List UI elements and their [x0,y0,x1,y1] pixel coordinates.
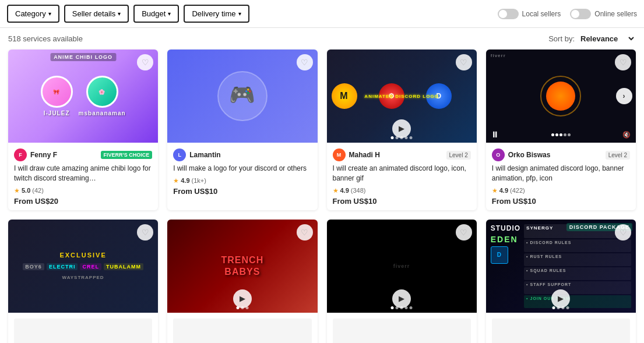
local-sellers-knob [499,10,507,18]
results-bar: 518 services available Sort by: Relevanc… [0,28,644,49]
card-8-thumb: STUDIO EDEN D SYNERGY • DISCORD RULES • … [486,220,636,313]
card-7[interactable]: fiverr ▶ ♡ [327,220,477,343]
card-2-rating-row: ★ 4.9 (1k+) [173,177,311,185]
card-1-title: I will draw cute amazing anime chibi log… [14,164,152,183]
card-1-image: 🎀 I-JULEZ 🌸 msbananaman ANIME CHIBI LOGO… [8,49,158,143]
card-4-price: From US$10 [492,197,630,206]
card-8-heart[interactable]: ♡ [615,224,631,241]
card-2-rating: 4.9 [181,177,189,184]
card-3-play-icon: ▶ [392,119,411,138]
card-3-rating: 4.9 [340,187,349,194]
results-count: 518 services available [8,34,83,43]
card-7-image: fiverr ▶ ♡ [327,220,477,313]
card-6-heart[interactable]: ♡ [297,224,313,241]
card-4-avatar: O [492,148,505,161]
card-2-image: 🎮 ♡ [167,49,317,143]
card-5[interactable]: EXCLUSIVE BOY6 ELECTRI CREL TUBALAMM WAY… [8,220,158,343]
svg-text:🎮: 🎮 [229,82,256,107]
online-sellers-toggle[interactable] [570,9,591,19]
card-1-body: F Fenny F FIVERR'S CHOICE I will draw cu… [8,143,158,210]
card-3-star-icon: ★ [333,187,339,195]
card-4-thumb: fiverr ⏸ 🔇 › [486,49,636,143]
card-8-image: STUDIO EDEN D SYNERGY • DISCORD RULES • … [486,220,636,313]
card-7-play-icon: ▶ [392,289,411,308]
card-4-body: O Orko Biswas Level 2 I will design anim… [486,143,636,210]
card-1-rating: 5.0 [22,187,30,194]
card-6[interactable]: TRENCHBABYS ▶ ♡ [167,220,317,343]
card-7-dots [391,306,413,309]
card-3-seller-row: M Mahadi H Level 2 [333,148,471,161]
filter-buttons: Category ▾ Seller details ▾ Budget ▾ Del… [7,5,249,23]
budget-chevron-icon: ▾ [168,10,171,17]
card-4[interactable]: fiverr ⏸ 🔇 › ♡ O Orko Biswas Level 2 [486,49,636,210]
budget-label: Budget [142,9,166,18]
local-sellers-toggle-group: Local sellers [498,9,561,19]
card-8-body [486,313,636,343]
card-1-rating-count: (42) [32,187,44,194]
card-3-price: From US$10 [333,197,471,206]
card-3-avatar: M [333,148,346,161]
card-5-thumb: EXCLUSIVE BOY6 ELECTRI CREL TUBALAMM WAY… [8,220,158,313]
card-4-image: fiverr ⏸ 🔇 › ♡ [486,49,636,143]
card-6-play-icon: ▶ [233,289,252,308]
card-4-star-icon: ★ [492,187,498,195]
card-4-seller-name: Orko Biswas [508,151,551,159]
card-1-thumb: 🎀 I-JULEZ 🌸 msbananaman ANIME CHIBI LOGO [8,49,158,143]
card-8[interactable]: STUDIO EDEN D SYNERGY • DISCORD RULES • … [486,220,636,343]
card-4-rating-row: ★ 4.9 (422) [492,187,630,195]
card-2-logo-svg: 🎮 [216,70,269,122]
card-2-avatar: L [173,148,186,161]
seller-details-label: Seller details [72,9,115,18]
cards-grid: 🎀 I-JULEZ 🌸 msbananaman ANIME CHIBI LOGO… [0,49,644,343]
card-8-dots [552,306,569,309]
card-3-heart[interactable]: ♡ [456,54,472,70]
sort-select[interactable]: Relevance Best Selling New Arrivals [578,34,636,44]
card-1[interactable]: 🎀 I-JULEZ 🌸 msbananaman ANIME CHIBI LOGO… [8,49,158,210]
local-sellers-toggle[interactable] [498,9,519,19]
card-2-star-icon: ★ [173,177,179,185]
card-3-rating-row: ★ 4.9 (348) [333,187,471,195]
card-4-next-icon[interactable]: › [616,88,632,104]
card-2[interactable]: 🎮 ♡ L Lamantin I will make a logo for yo… [167,49,317,210]
budget-filter[interactable]: Budget ▾ [133,5,179,23]
card-3-rating-count: (348) [351,187,366,194]
card-3-badge: Level 2 [446,151,471,160]
card-4-title-link[interactable]: I will design animated discord logo, ban… [492,164,624,182]
card-2-rating-count: (1k+) [192,177,206,184]
card-2-body: L Lamantin I will make a logo for your d… [167,143,317,200]
card-3-image: M ⚙ D ANIMATED DISCORD LOGO ▶ ♡ [327,49,477,143]
card-1-badge: FIVERR'S CHOICE [101,151,153,159]
card-6-thumb: TRENCHBABYS ▶ ♡ [167,220,317,313]
local-sellers-label: Local sellers [522,10,561,18]
seller-details-filter[interactable]: Seller details ▾ [64,5,129,23]
card-2-seller-row: L Lamantin [173,148,311,161]
card-5-heart[interactable]: ♡ [137,224,153,241]
card-2-price: From US$10 [173,187,311,196]
card-4-seller-row: O Orko Biswas Level 2 [492,148,630,161]
card-4-rating-count: (422) [510,187,525,194]
card-3-thumb: M ⚙ D ANIMATED DISCORD LOGO ▶ [327,49,477,143]
card-3-seller-info: M Mahadi H [333,148,380,161]
online-sellers-toggle-group: Online sellers [570,9,637,19]
card-4-video-controls: ⏸ 🔇 [486,126,636,143]
filter-bar: Category ▾ Seller details ▾ Budget ▾ Del… [0,0,644,28]
card-2-thumb: 🎮 [167,49,317,143]
card-6-dots [236,306,248,309]
card-1-seller-row: F Fenny F FIVERR'S CHOICE [14,148,152,161]
category-filter[interactable]: Category ▾ [7,5,59,23]
card-6-body [167,313,317,343]
card-4-heart[interactable]: ♡ [615,54,631,70]
card-7-heart[interactable]: ♡ [456,224,472,241]
card-1-rating-row: ★ 5.0 (42) [14,187,152,195]
card-1-avatar: F [14,148,27,161]
card-4-seller-info: O Orko Biswas [492,148,551,161]
delivery-time-filter[interactable]: Delivery time ▾ [184,5,249,23]
card-1-price: From US$20 [14,197,152,206]
seller-details-chevron-icon: ▾ [118,10,121,17]
card-2-heart[interactable]: ♡ [297,54,313,70]
card-2-seller-name: Lamantin [189,151,220,159]
card-3[interactable]: M ⚙ D ANIMATED DISCORD LOGO ▶ ♡ M Mahadi… [327,49,477,210]
toggle-group-container: Local sellers Online sellers [498,9,637,19]
card-3-body: M Mahadi H Level 2 I will create an anim… [327,143,477,210]
card-5-body [8,313,158,343]
